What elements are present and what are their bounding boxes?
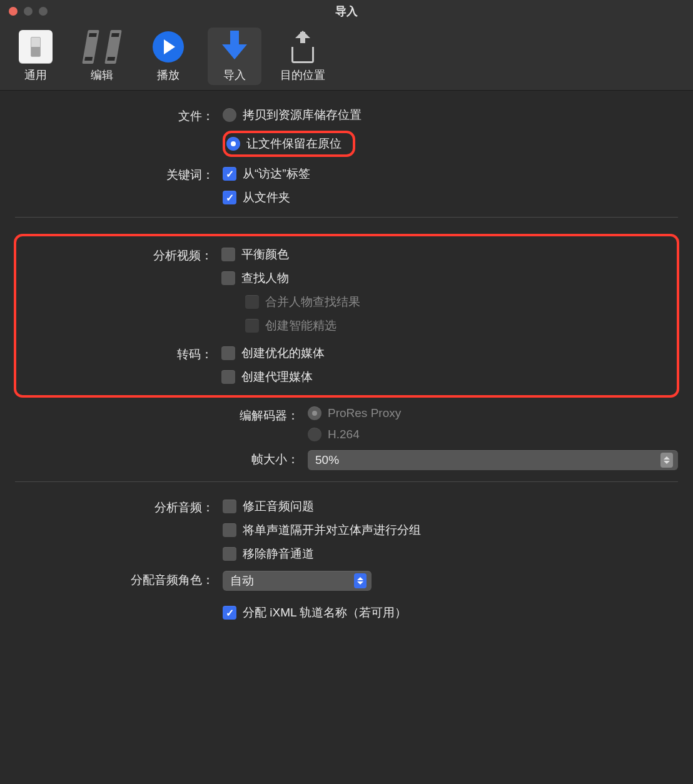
import-settings-content: 文件： 拷贝到资源库储存位置 让文件保留在原位 关键词： 从“访达”标签	[0, 91, 693, 655]
checkbox-finder-tags[interactable]	[223, 167, 236, 181]
switch-icon	[19, 30, 53, 64]
tab-destinations[interactable]: 目的位置	[274, 28, 331, 85]
checkbox-consolidate-people-label: 合并人物查找结果	[265, 294, 360, 310]
download-arrow-icon	[222, 31, 247, 63]
tab-import[interactable]: 导入	[208, 28, 261, 85]
checkbox-finder-tags-label: 从“访达”标签	[243, 166, 310, 182]
assign-audio-role-value: 自动	[230, 573, 254, 589]
tab-editing[interactable]: 编辑	[75, 28, 129, 85]
window-title: 导入	[0, 4, 693, 19]
stepper-icon	[354, 573, 367, 588]
files-label: 文件：	[15, 107, 223, 124]
checkbox-create-smart-collections-label: 创建智能精选	[265, 318, 336, 334]
separator	[15, 481, 678, 482]
share-icon	[289, 31, 316, 63]
checkbox-remove-silent[interactable]	[223, 547, 236, 561]
filmstrip-icon	[85, 30, 119, 64]
tab-general[interactable]: 通用	[9, 28, 63, 85]
checkbox-assign-ixml[interactable]	[223, 606, 236, 620]
tab-import-label: 导入	[223, 68, 246, 83]
checkbox-create-smart-collections	[245, 319, 259, 333]
checkbox-separate-mono-label: 将单声道隔开并对立体声进行分组	[243, 522, 421, 538]
radio-copy-to-library[interactable]	[223, 108, 236, 122]
assign-audio-role-select[interactable]: 自动	[223, 571, 372, 591]
codec-label: 编解码器：	[15, 406, 308, 424]
play-circle-icon	[153, 31, 184, 63]
checkbox-separate-mono[interactable]	[223, 523, 236, 537]
checkbox-fix-audio-label: 修正音频问题	[243, 498, 314, 515]
radio-copy-to-library-label: 拷贝到资源库储存位置	[243, 107, 362, 123]
tab-editing-label: 编辑	[91, 68, 113, 83]
separator	[15, 217, 678, 218]
frame-size-select[interactable]: 50%	[308, 450, 678, 470]
tab-destinations-label: 目的位置	[280, 68, 325, 83]
checkbox-from-folders[interactable]	[223, 191, 236, 204]
tab-playback-label: 播放	[157, 68, 180, 83]
assign-audio-role-label: 分配音频角色：	[15, 571, 223, 588]
checkbox-create-optimized[interactable]	[221, 346, 235, 360]
checkbox-assign-ixml-label: 分配 iXML 轨道名称（若可用）	[243, 605, 407, 621]
checkbox-create-proxy-label: 创建代理媒体	[241, 369, 313, 385]
analyze-video-label: 分析视频：	[28, 246, 221, 264]
highlight-analyze-transcode: 分析视频： 平衡颜色 查找人物 合并人物查找结果	[14, 234, 679, 398]
frame-size-value: 50%	[315, 453, 339, 467]
checkbox-create-proxy[interactable]	[221, 370, 235, 384]
radio-prores-proxy-label: ProRes Proxy	[328, 406, 401, 420]
checkbox-find-people[interactable]	[221, 271, 235, 285]
radio-leave-in-place[interactable]	[226, 137, 240, 151]
checkbox-fix-audio[interactable]	[223, 500, 236, 513]
checkbox-remove-silent-label: 移除静音通道	[243, 546, 314, 562]
radio-prores-proxy	[308, 406, 321, 420]
checkbox-from-folders-label: 从文件夹	[243, 189, 290, 206]
checkbox-balance-color[interactable]	[221, 248, 235, 261]
stepper-icon	[660, 453, 673, 468]
highlight-leave-in-place: 让文件保留在原位	[223, 131, 355, 157]
checkbox-balance-color-label: 平衡颜色	[241, 246, 289, 263]
radio-leave-in-place-label: 让文件保留在原位	[246, 136, 341, 152]
checkbox-consolidate-people	[245, 295, 259, 309]
radio-h264	[308, 428, 321, 441]
transcode-label: 转码：	[28, 345, 221, 363]
analyze-audio-label: 分析音频：	[15, 498, 223, 516]
tab-general-label: 通用	[24, 68, 47, 83]
keywords-label: 关键词：	[15, 166, 223, 183]
tab-playback[interactable]: 播放	[141, 28, 195, 85]
preferences-toolbar: 通用 编辑 播放 导入 目的位置	[0, 23, 693, 91]
titlebar: 导入	[0, 0, 693, 23]
checkbox-find-people-label: 查找人物	[241, 270, 289, 286]
frame-size-label: 帧大小：	[15, 450, 308, 468]
radio-h264-label: H.264	[328, 428, 360, 441]
checkbox-create-optimized-label: 创建优化的媒体	[241, 345, 325, 361]
